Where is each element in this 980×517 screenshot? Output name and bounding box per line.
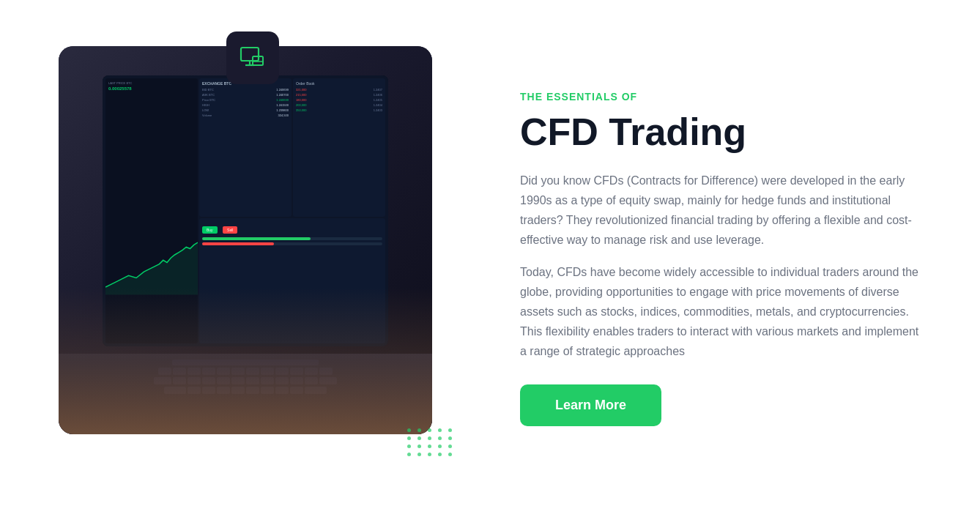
main-title: CFD Trading — [520, 111, 921, 153]
right-section: THE ESSENTIALS OF CFD Trading Did you kn… — [505, 91, 921, 427]
svg-marker-5 — [105, 242, 198, 294]
description-paragraph-2: Today, CFDs have become widely accessibl… — [520, 262, 921, 362]
dots-decoration — [407, 428, 454, 456]
page-container: LAST PRICE BTC 0.00025578 EXCHANGE BTC — [0, 0, 980, 517]
icon-badge — [226, 31, 279, 84]
left-section: LAST PRICE BTC 0.00025578 EXCHANGE BTC — [59, 46, 447, 471]
essentials-label: THE ESSENTIALS OF — [520, 91, 921, 103]
svg-rect-0 — [241, 48, 259, 61]
description-paragraph-1: Did you know CFDs (Contracts for Differe… — [520, 171, 921, 250]
content-wrapper: LAST PRICE BTC 0.00025578 EXCHANGE BTC — [59, 46, 921, 471]
monitor-icon — [238, 43, 267, 72]
laptop-image: LAST PRICE BTC 0.00025578 EXCHANGE BTC — [59, 46, 432, 434]
learn-more-button[interactable]: Learn More — [520, 384, 661, 426]
